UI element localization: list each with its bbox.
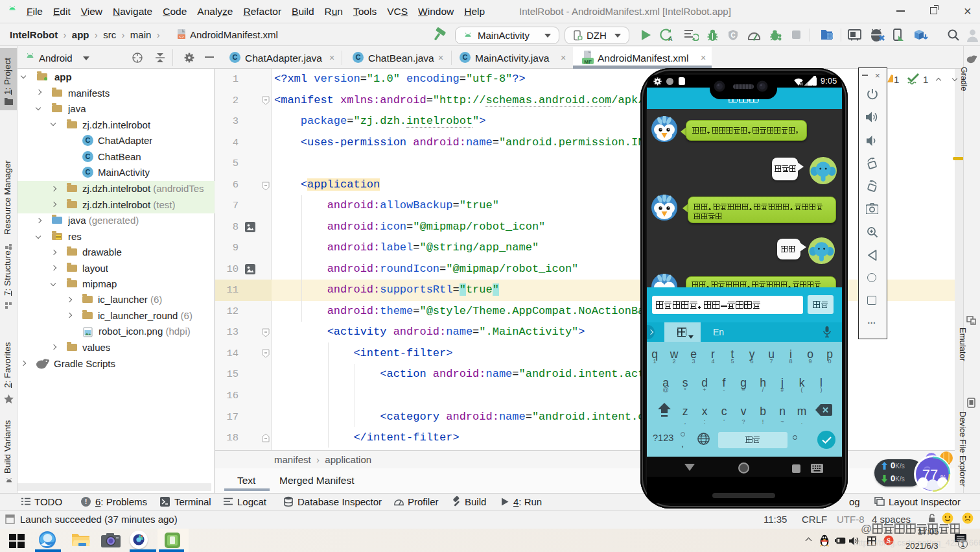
- svg-text:A: A: [668, 36, 673, 42]
- svg-text:%: %: [940, 474, 946, 481]
- svg-text:77: 77: [922, 466, 938, 483]
- svg-text:MF: MF: [584, 59, 592, 65]
- svg-text:C: C: [730, 32, 735, 39]
- svg-text:<>: <>: [179, 34, 184, 39]
